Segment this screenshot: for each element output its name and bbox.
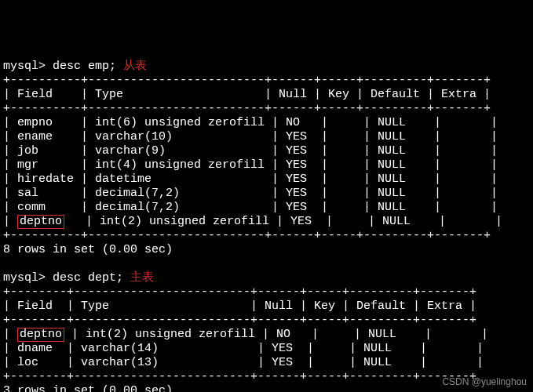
table-row: | deptno | int(2) unsigned zerofill | YE… (3, 215, 530, 229)
table-header: | Field | Type | Null | Key | Default | … (3, 299, 530, 314)
table-row: | ename | varchar(10) | YES | | NULL | | (3, 130, 530, 144)
table-row: | dname | varchar(14) | YES | | NULL | | (3, 342, 530, 356)
table-row: | sal | decimal(7,2) | YES | | NULL | | (3, 187, 530, 201)
table-header: | Field | Type | Null | Key | Default | … (3, 88, 530, 102)
table-sep: +----------+-------------------------+--… (3, 102, 530, 116)
annotation-main-table: 主表 (130, 271, 154, 285)
table-sep: +----------+-------------------------+--… (3, 229, 530, 243)
table-row: | hiredate | datetime | YES | | NULL | | (3, 172, 530, 187)
rows-footer: 8 rows in set (0.00 sec) (3, 243, 530, 257)
table-row: | loc | varchar(13) | YES | | NULL | | (3, 356, 530, 370)
table-sep: +----------+-------------------------+--… (3, 74, 530, 88)
table-sep: +--------+-------------------------+----… (3, 285, 530, 299)
table-sep: +--------+-------------------------+----… (3, 314, 530, 328)
watermark: CSDN @yuelinghou (442, 375, 527, 389)
table-row: | deptno | int(2) unsigned zerofill | NO… (3, 328, 530, 342)
terminal-output: mysql> desc emp; 从表+----------+---------… (3, 60, 530, 392)
table-row: | job | varchar(9) | YES | | NULL | | (3, 144, 530, 158)
highlight-deptno: deptno (17, 215, 64, 229)
annotation-from-table: 从表 (123, 60, 147, 73)
table-row: | mgr | int(4) unsigned zerofill | YES |… (3, 158, 530, 172)
table-row: | empno | int(6) unsigned zerofill | NO … (3, 116, 530, 130)
blank-line (3, 257, 530, 271)
prompt-line-1: mysql> desc emp; 从表 (3, 60, 530, 74)
highlight-deptno: deptno (17, 328, 64, 342)
table-row: | comm | decimal(7,2) | YES | | NULL | | (3, 201, 530, 215)
prompt-line-2: mysql> desc dept; 主表 (3, 271, 530, 285)
